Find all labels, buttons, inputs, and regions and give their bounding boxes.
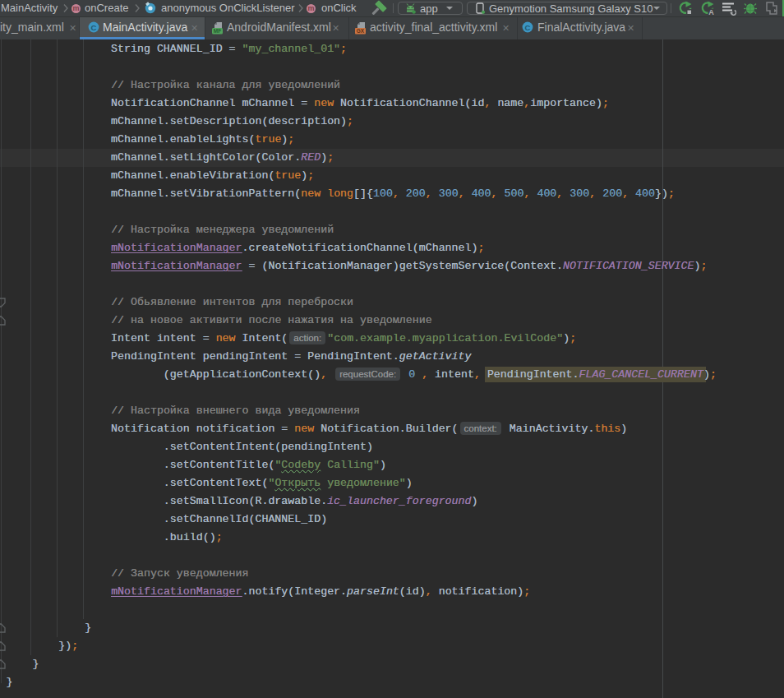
svg-text:A: A xyxy=(708,8,714,16)
svg-text:MF: MF xyxy=(214,28,221,34)
svg-text:C: C xyxy=(91,23,97,32)
svg-text:C: C xyxy=(525,23,531,32)
svg-text:GX: GX xyxy=(357,28,365,34)
